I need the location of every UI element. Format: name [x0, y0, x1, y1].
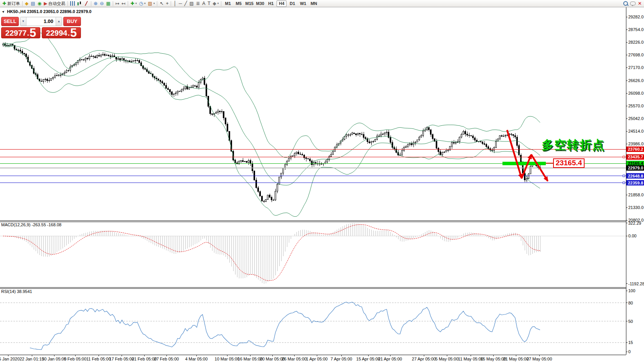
periods-button-caret: ▾	[144, 2, 146, 5]
symbols-box-icon: ◆	[25, 0, 28, 7]
tile-windows-icon: ▦	[106, 0, 110, 7]
time-axis-label: 30 Jan 05:00	[42, 357, 66, 361]
timeframe-button-m1[interactable]: M1	[223, 0, 233, 7]
support-zone-rectangle[interactable]	[502, 162, 546, 165]
timeframe-button-d1[interactable]: D1	[287, 0, 297, 7]
time-axis-label: 21 Apr 05:00	[378, 357, 402, 361]
line-chart-icon	[84, 1, 89, 6]
time-axis-label: 7 Apr 05:00	[331, 357, 352, 361]
autotrading-button-label: 自动交易	[48, 1, 65, 7]
price-axis-label: 25042.0	[628, 116, 644, 121]
zoom-in-icon[interactable]: ⊕	[92, 0, 99, 7]
text-label-button: T	[208, 0, 210, 7]
horizontal-line-button: ─	[179, 0, 182, 7]
price-badge-text: 22648.8	[628, 174, 643, 178]
trendline-button[interactable]: ╱	[183, 0, 188, 7]
macd-axis-label: 0.00	[628, 234, 636, 238]
time-axis-label: 15 May 05:00	[481, 357, 506, 361]
tile-windows-icon[interactable]: ▦	[105, 0, 111, 7]
templates-button: ▧	[148, 0, 152, 7]
indicators-button[interactable]: ✚▾	[129, 0, 138, 7]
time-axis-label: 21 Feb 05:00	[132, 357, 157, 361]
mt4-window: ✚新订单◆▤◉▶自动交易⊕⊖▦↦↤✚▾◷▾▧▾↖+│─╱▨≣AT◆▾M1M5M1…	[0, 0, 644, 362]
market-watch-icon[interactable]: ▤	[30, 0, 36, 7]
zoom-out-icon[interactable]: ⊖	[99, 0, 105, 7]
volume-stepper[interactable]: ▼ 1.00 ▲	[20, 17, 62, 26]
new-order-button: ✚	[2, 0, 6, 7]
cursor-button[interactable]: ↖	[158, 0, 165, 7]
main-toolbar: ✚新订单◆▤◉▶自动交易⊕⊖▦↦↤✚▾◷▾▧▾↖+│─╱▨≣AT◆▾M1M5M1…	[0, 0, 644, 7]
time-axis-label: 22 Jan 01:15	[20, 357, 44, 361]
arrows-button: ◆	[212, 0, 216, 7]
macd-axis-label: 322.29	[628, 221, 641, 225]
signals-icon[interactable]: ◉	[36, 0, 43, 7]
time-axis-label: 27 May 05:00	[527, 357, 552, 361]
candlestick-chart-icon[interactable]	[76, 0, 83, 7]
horizontal-line-button[interactable]: ─	[178, 0, 183, 7]
price-badge-text: 22979.0	[628, 166, 643, 170]
channel-button[interactable]: ▨	[188, 0, 195, 7]
volume-value[interactable]: 1.00	[26, 17, 56, 26]
timeframe-button-w1[interactable]: W1	[298, 0, 308, 7]
search-icon[interactable]	[622, 0, 629, 7]
price-badge-text: 23435.7	[628, 155, 643, 159]
price-axis-label: 21858.0	[628, 193, 644, 197]
volume-decrease-button[interactable]: ▼	[20, 17, 26, 26]
market-watch-icon: ▤	[31, 0, 35, 7]
crosshair-button[interactable]: +	[165, 0, 170, 7]
toolbar-separator	[128, 1, 128, 6]
new-order-button-label: 新订单	[7, 1, 20, 7]
timeframe-button-m5[interactable]: M5	[234, 0, 244, 7]
autotrading-button: ▶	[44, 0, 47, 7]
turning-point-annotation[interactable]: 多空转折点	[542, 138, 605, 151]
text-label-button[interactable]: T	[206, 0, 211, 7]
rsi-axis-label: 80	[628, 301, 633, 305]
macd-histogram	[3, 223, 540, 284]
templates-button[interactable]: ▧▾	[147, 0, 156, 7]
line-chart-icon[interactable]	[83, 0, 90, 7]
buy-price-panel[interactable]: 22994 . 5	[42, 27, 81, 38]
timeframe-button-m30[interactable]: M30	[255, 0, 265, 7]
chart-canvas[interactable]: 多空转折点多空转折点23165.4 29282.028754.028226.02…	[0, 0, 644, 362]
price-axis-label: 23986.0	[628, 142, 644, 146]
new-order-button[interactable]: ✚新订单	[1, 0, 21, 7]
chart-shift-icon[interactable]: ↤	[120, 0, 127, 7]
time-axis-label: 1 Apr 05:00	[306, 357, 328, 361]
close-icon[interactable]: ✕	[637, 0, 643, 7]
symbols-box-icon[interactable]: ◆	[24, 0, 30, 7]
volume-increase-button[interactable]: ▲	[56, 17, 62, 26]
candlestick-chart-icon	[77, 1, 82, 6]
autotrading-button[interactable]: ▶自动交易	[43, 0, 66, 7]
timeframe-button-h1[interactable]: H1	[266, 0, 276, 7]
price-axis-label: 24514.0	[628, 129, 644, 133]
sell-price-panel[interactable]: 22977 . 5	[1, 27, 40, 38]
periods-button[interactable]: ◷▾	[138, 0, 147, 7]
crosshair-button: +	[166, 0, 168, 7]
timeframe-button-m15[interactable]: M15	[244, 0, 254, 7]
toolbar-separator	[171, 1, 171, 6]
rsi-indicator-label: RSI(14) 38.9541	[1, 289, 32, 294]
bar-chart-icon[interactable]	[69, 0, 76, 7]
timeframe-button-h4[interactable]: H4	[277, 0, 287, 7]
indicator-panes	[0, 223, 626, 350]
sell-button[interactable]: SELL	[1, 17, 19, 26]
line-selection-handle[interactable]	[623, 182, 625, 184]
price-axis-label: 29282.0	[628, 15, 644, 19]
line-selection-handle[interactable]	[623, 156, 625, 158]
toolbar-separator	[157, 1, 157, 6]
timeframe-button-mn[interactable]: MN	[309, 0, 319, 7]
time-axis-label: 16 Mar 05:00	[238, 357, 263, 361]
rsi-axis-label: 100	[628, 288, 635, 293]
chat-icon	[630, 2, 636, 5]
auto-scroll-icon[interactable]: ↦	[114, 0, 120, 7]
arrows-button-caret: ▾	[217, 2, 219, 5]
line-selection-handle[interactable]	[623, 175, 625, 177]
chat-icon[interactable]	[629, 0, 637, 7]
arrows-button[interactable]: ◆▾	[211, 0, 220, 7]
buy-button[interactable]: BUY	[63, 17, 81, 26]
vertical-line-button[interactable]: │	[172, 0, 178, 7]
text-button[interactable]: A	[201, 0, 206, 7]
signals-icon: ◉	[38, 0, 41, 7]
time-axis-label: 11 May 05:00	[458, 357, 483, 361]
fibonacci-button[interactable]: ≣	[195, 0, 201, 7]
